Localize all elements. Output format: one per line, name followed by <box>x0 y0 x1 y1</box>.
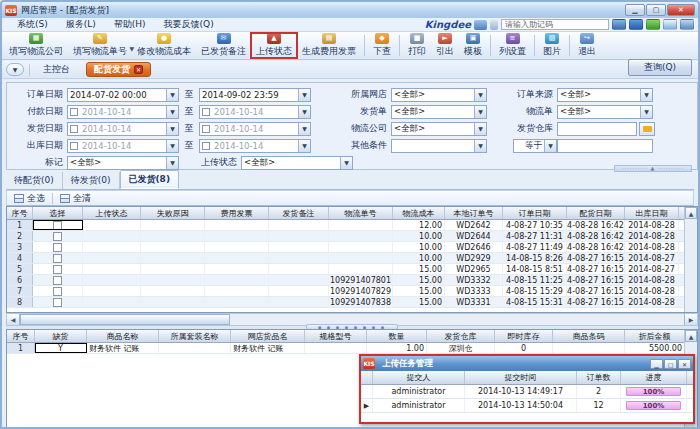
warehouse-input[interactable] <box>557 122 637 136</box>
close-button[interactable]: ✕ <box>667 4 695 16</box>
toolbar-button-upload-status[interactable]: ▲上传状态 <box>251 33 297 58</box>
tab-console[interactable]: 主控台 <box>35 63 78 76</box>
menu-item[interactable]: 我要反馈(Q) <box>155 18 223 31</box>
mark-select[interactable]: <全部>▼ <box>67 156 179 170</box>
chevron-down-icon[interactable]: ▼ <box>640 106 652 118</box>
row-checkbox[interactable] <box>53 265 62 274</box>
row-checkbox[interactable] <box>53 254 62 263</box>
column-header[interactable]: 序号 <box>7 207 33 219</box>
close-tab-icon[interactable]: ✕ <box>134 65 143 74</box>
status-tab-3[interactable]: 已发货(8) <box>120 170 180 189</box>
toolbar-button-logistics-number[interactable]: ✎填写物流单号▼ <box>68 33 132 58</box>
chat-icon[interactable] <box>629 19 643 30</box>
cell[interactable] <box>33 253 83 263</box>
checkbox[interactable] <box>202 125 210 133</box>
toolbar-button-logistics-cost[interactable]: ●修改物流成本 <box>132 33 196 58</box>
chevron-down-icon[interactable]: ▼ <box>298 140 310 152</box>
chevron-down-icon[interactable]: ▼ <box>298 123 310 135</box>
chevron-down-icon[interactable]: ▼ <box>298 106 310 118</box>
chevron-down-icon[interactable]: ▼ <box>544 140 556 152</box>
column-header[interactable]: 规格型号 <box>305 330 367 342</box>
column-header[interactable]: 上传状态 <box>83 207 141 219</box>
browse-button[interactable] <box>639 122 655 136</box>
cell[interactable] <box>33 220 83 230</box>
scroll-up-icon[interactable]: ▲ <box>685 207 697 219</box>
chevron-down-icon[interactable]: ▼ <box>166 123 178 135</box>
date-to-field[interactable]: 2014-10-14▼ <box>199 105 311 119</box>
menu-item[interactable]: 系统(S) <box>8 18 57 31</box>
popup-close-button[interactable]: ✕ <box>678 359 691 369</box>
menu-item[interactable]: 服务(L) <box>57 18 105 31</box>
table-row[interactable]: 810929140783815.00WD33314-08-15 15:314-0… <box>7 297 697 308</box>
row-checkbox[interactable] <box>53 243 62 252</box>
column-header[interactable]: 物流单号 <box>329 207 393 219</box>
toolbar-button-column-settings[interactable]: ≡列设置 <box>494 33 531 58</box>
column-header[interactable]: 序号 <box>7 330 35 342</box>
column-header[interactable]: 选择 <box>33 207 83 219</box>
chevron-down-icon[interactable]: ▼ <box>166 89 178 101</box>
toolbar-button-drilldown[interactable]: ◆下查 <box>368 33 396 58</box>
chevron-down-icon[interactable]: ▼ <box>474 123 486 135</box>
toolbar-button-exit[interactable]: ↪退出 <box>573 33 601 58</box>
status-tab-2[interactable]: 待发货(0) <box>63 172 120 189</box>
mnemonic-input[interactable]: 请输入助记码 <box>501 19 609 30</box>
chevron-down-icon[interactable]: ▼ <box>166 157 178 169</box>
operator-select[interactable]: 等于▼ <box>513 139 557 153</box>
column-header[interactable]: 提交人 <box>373 371 465 384</box>
column-header[interactable]: 出库日期 <box>625 207 679 219</box>
column-header[interactable]: 失败原因 <box>141 207 205 219</box>
table-row[interactable]: 210.00WD26444-08-27 11:314-08-28 16:4220… <box>7 231 697 242</box>
date-from-field[interactable]: 2014-07-02 00:00▼ <box>67 88 179 102</box>
go-icon[interactable] <box>612 19 626 30</box>
minimize-button[interactable]: ▁ <box>625 4 645 16</box>
column-header[interactable]: 所属套装名称 <box>159 330 231 342</box>
scroll-left-icon[interactable]: ◀ <box>7 314 20 325</box>
mail-icon[interactable] <box>474 20 487 30</box>
popup-minimize-button[interactable]: ▁ <box>650 359 663 369</box>
toolbar-button-logistics-company[interactable]: ▦填写物流公司 <box>4 33 68 58</box>
chevron-down-icon[interactable]: ▼ <box>474 140 486 152</box>
table-row[interactable]: 515.00WD296514-08-15 8:514-08-27 16:1520… <box>7 264 697 275</box>
toolbar-button-shipped-note[interactable]: ✉已发货备注 <box>196 33 251 58</box>
row-checkbox[interactable] <box>53 298 62 307</box>
cell[interactable] <box>33 286 83 296</box>
filter-select[interactable]: <全部>▼ <box>557 105 653 119</box>
table-row[interactable]: administrator2014-10-13 14:49:172100% <box>361 385 693 399</box>
date-to-field[interactable]: 2014-10-14▼ <box>199 122 311 136</box>
filter-collapse-handle[interactable]: ·········· ▲ ·········· <box>614 165 692 172</box>
column-header[interactable]: 商品条码 <box>553 330 625 342</box>
row-checkbox[interactable] <box>53 276 62 285</box>
toolbar-button-picture[interactable]: ▨图片 <box>538 33 566 58</box>
scroll-right-icon[interactable]: ▶ <box>684 314 697 325</box>
toolbar-button-export[interactable]: ►引出 <box>431 33 459 58</box>
chevron-down-icon[interactable]: ▼ <box>298 89 310 101</box>
cell[interactable] <box>33 264 83 274</box>
popup-maximize-button[interactable]: ▢ <box>664 359 677 369</box>
help-icon[interactable] <box>490 20 498 30</box>
chevron-down-icon[interactable]: ▼ <box>166 140 178 152</box>
table-row[interactable]: 1Y财务软件 记账财务软件 记账1.00深圳仓05500.00 <box>7 343 697 354</box>
row-checkbox[interactable] <box>53 232 62 241</box>
scroll-up-icon[interactable]: ▲ <box>685 330 697 342</box>
chevron-down-icon[interactable]: ▼ <box>640 89 652 101</box>
column-header[interactable]: 数量 <box>367 330 427 342</box>
filter-select[interactable]: <全部>▼ <box>391 122 487 136</box>
row-checkbox[interactable] <box>53 287 62 296</box>
column-header[interactable]: 订单日期 <box>503 207 567 219</box>
toolbar-button-print[interactable]: ■打印 <box>403 33 431 58</box>
menu-item[interactable]: 帮助(H) <box>105 18 155 31</box>
column-header[interactable]: 进度 <box>621 371 687 384</box>
column-header[interactable]: 缺货 <box>35 330 87 342</box>
vertical-scrollbar[interactable]: ▲ <box>684 207 697 312</box>
column-header[interactable]: 商品名称 <box>87 330 159 342</box>
maximize-button[interactable]: ▢ <box>646 4 666 16</box>
chevron-down-icon[interactable]: ▼ <box>340 157 352 169</box>
column-header[interactable]: 物流成本 <box>393 207 445 219</box>
column-header[interactable]: 费用发票 <box>205 207 269 219</box>
tab-dispatch-shipping[interactable]: 配货发货 ✕ <box>86 62 151 77</box>
scrollbar-thumb[interactable] <box>20 314 230 325</box>
checkbox[interactable] <box>70 108 78 116</box>
table-row[interactable]: 610929140780115.00WD33324-08-15 11:254-0… <box>7 275 697 286</box>
status-tab-1[interactable]: 待配货(0) <box>6 172 63 189</box>
column-header[interactable]: 订单数 <box>577 371 621 384</box>
